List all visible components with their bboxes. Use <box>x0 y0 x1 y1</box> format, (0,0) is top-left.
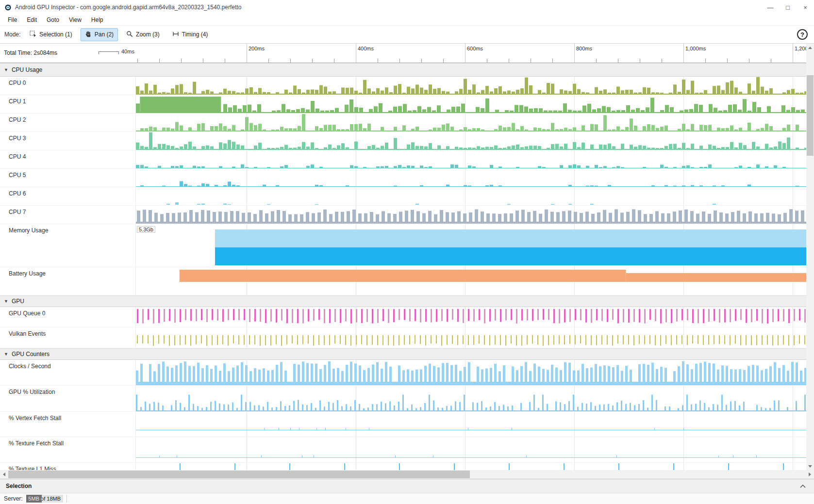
track-plot-memory-usage[interactable]: 5.3Gb <box>136 224 806 267</box>
maximize-button[interactable]: □ <box>779 0 797 15</box>
ruler-tick-label: 1,200ms <box>795 46 806 51</box>
track-row-vulkan-events: Vulkan Events <box>0 327 806 348</box>
menu-goto[interactable]: Goto <box>42 16 64 23</box>
track-row-cpu-3: CPU 3 <box>0 132 806 150</box>
ruler-minor-tick <box>727 59 728 63</box>
expand-selection-panel-button[interactable] <box>797 485 808 488</box>
ruler-minor-tick <box>203 59 203 63</box>
track-label-gpu-utilization: GPU % Utilization <box>0 386 136 411</box>
scroll-up-icon[interactable] <box>806 44 814 51</box>
ruler-major-gridline <box>465 44 465 63</box>
scroll-right-icon[interactable] <box>806 470 814 479</box>
selection-mode-button[interactable]: Selection (1) <box>25 28 76 41</box>
timing-mode-button[interactable]: Timing (4) <box>168 28 213 41</box>
track-row-clocks-per-second: Clocks / Second <box>0 360 806 386</box>
ruler-minor-tick <box>640 59 640 63</box>
ruler-minor-tick <box>596 59 597 63</box>
menu-view[interactable]: View <box>64 16 86 23</box>
pan-icon <box>85 31 92 39</box>
scroll-left-icon[interactable] <box>0 470 8 479</box>
track-label-vertex-fetch-stall: % Vertex Fetch Stall <box>0 412 136 437</box>
track-row-battery-usage: Battery Usage <box>0 267 806 295</box>
collapse-arrow-icon: ▼ <box>4 352 8 357</box>
ruler-major-gridline <box>793 44 793 63</box>
pan-mode-button[interactable]: Pan (2) <box>81 28 118 41</box>
track-plot-cpu-5[interactable] <box>136 169 806 187</box>
track-label-gpu-queue-0: GPU Queue 0 <box>0 307 136 327</box>
section-header-gpu-counters[interactable]: ▼GPU Counters <box>0 348 806 360</box>
minimize-button[interactable]: — <box>762 0 779 15</box>
track-plot-cpu-0[interactable] <box>136 77 806 95</box>
ruler-minor-tick <box>509 59 509 63</box>
selection-panel-header: Selection <box>0 479 814 493</box>
track-label-texture-l1-miss: % Texture L1 Miss <box>0 463 136 470</box>
track-label-cpu-2: CPU 2 <box>0 114 136 131</box>
status-bar: Server: 5MB of 18MB 5MB of 18MB <box>0 493 814 504</box>
track-label-texture-fetch-stall: % Texture Fetch Stall <box>0 437 136 462</box>
vertical-scrollbar[interactable] <box>806 44 814 470</box>
track-plot-texture-fetch-stall[interactable] <box>136 437 806 462</box>
section-header-gpu[interactable]: ▼GPU <box>0 295 806 307</box>
ruler-tick-label: 1,000ms <box>685 46 706 51</box>
track-row-cpu-4: CPU 4 <box>0 150 806 169</box>
menu-edit[interactable]: Edit <box>22 16 42 23</box>
ruler-tick-label: 200ms <box>249 46 265 51</box>
timeline-ruler: Total Time: 2s084ms 40ms 200ms400ms600ms… <box>0 44 814 63</box>
track-plot-cpu-1[interactable] <box>136 95 806 113</box>
track-plot-gpu-queue-0[interactable] <box>136 307 806 327</box>
track-row-cpu-0: CPU 0 <box>0 77 806 95</box>
zoom-mode-button[interactable]: Zoom (3) <box>122 28 164 41</box>
scale-label: 40ms <box>121 49 134 54</box>
track-plot-clocks-per-second[interactable] <box>136 360 806 385</box>
app-window: Android GPU Inspector - com.google.andro… <box>0 0 814 504</box>
track-row-cpu-2: CPU 2 <box>0 114 806 132</box>
close-button[interactable]: × <box>797 0 814 15</box>
menu-help[interactable]: Help <box>86 16 108 23</box>
track-row-texture-l1-miss: % Texture L1 Miss <box>0 463 806 470</box>
ruler-ticks[interactable]: 200ms400ms600ms800ms1,000ms1,200ms <box>136 44 806 63</box>
section-label-gpu: GPU <box>12 298 24 305</box>
track-row-cpu-6: CPU 6 <box>0 187 806 206</box>
horizontal-scrollbar-thumb[interactable] <box>8 471 470 478</box>
track-label-cpu-3: CPU 3 <box>0 132 136 150</box>
server-label: Server: <box>4 495 23 502</box>
track-row-memory-usage: Memory Usage5.3Gb <box>0 224 806 267</box>
track-plot-cpu-7[interactable] <box>136 206 806 224</box>
collapse-arrow-icon: ▼ <box>4 67 8 72</box>
track-plot-vulkan-events[interactable] <box>136 327 806 348</box>
track-plot-cpu-6[interactable] <box>136 187 806 205</box>
help-button[interactable]: ? <box>797 29 808 40</box>
ruler-minor-tick <box>378 59 378 63</box>
track-row-cpu-5: CPU 5 <box>0 169 806 187</box>
track-row-vertex-fetch-stall: % Vertex Fetch Stall <box>0 412 806 437</box>
track-label-cpu-4: CPU 4 <box>0 150 136 168</box>
ruler-minor-tick <box>181 59 182 63</box>
track-row-gpu-queue-0: GPU Queue 0 <box>0 307 806 327</box>
track-plot-cpu-4[interactable] <box>136 150 806 168</box>
track-label-cpu-7: CPU 7 <box>0 206 136 224</box>
track-label-cpu-5: CPU 5 <box>0 169 136 187</box>
ruler-minor-tick <box>531 59 531 63</box>
section-header-cpu-usage[interactable]: ▼CPU Usage <box>0 63 806 77</box>
scroll-down-icon[interactable] <box>806 462 814 470</box>
track-plot-texture-l1-miss[interactable] <box>136 463 806 470</box>
selection-panel-title: Selection <box>6 483 32 489</box>
menu-file[interactable]: File <box>3 16 22 23</box>
track-row-cpu-7: CPU 7 <box>0 206 806 224</box>
track-plot-cpu-2[interactable] <box>136 114 806 131</box>
track-plot-vertex-fetch-stall[interactable] <box>136 412 806 437</box>
status-separator <box>66 495 67 503</box>
track-label-cpu-6: CPU 6 <box>0 187 136 205</box>
track-plot-gpu-utilization[interactable] <box>136 386 806 411</box>
track-plot-battery-usage[interactable] <box>136 267 806 295</box>
ruler-tick-label: 800ms <box>576 46 592 51</box>
timing-icon <box>172 31 179 39</box>
mode-toolbar: Mode: Selection (1) Pan (2) Zoom (3) Tim… <box>0 25 814 44</box>
track-label-cpu-0: CPU 0 <box>0 77 136 95</box>
server-memory-badge: 5MB of 18MB 5MB of 18MB <box>26 495 63 503</box>
horizontal-scrollbar[interactable] <box>0 470 814 479</box>
timing-mode-label: Timing (4) <box>182 31 208 38</box>
track-plot-cpu-3[interactable] <box>136 132 806 150</box>
collapse-arrow-icon: ▼ <box>4 299 8 304</box>
vertical-scrollbar-thumb[interactable] <box>807 75 814 156</box>
